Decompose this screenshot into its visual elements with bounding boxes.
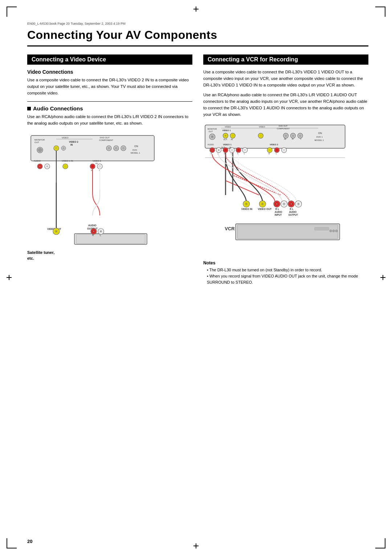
square-bullet-icon: [27, 107, 31, 110]
svg-point-128: [275, 149, 278, 151]
svg-point-168: [332, 230, 335, 232]
svg-point-35: [47, 166, 48, 167]
svg-point-78: [212, 136, 213, 137]
svg-point-111: [224, 149, 227, 151]
svg-text:MONITOR: MONITOR: [34, 139, 45, 141]
svg-text:L: L: [244, 153, 245, 155]
corner-mark-tl: [7, 7, 17, 17]
svg-point-14: [56, 148, 57, 149]
svg-text:VIDEO IN: VIDEO IN: [241, 208, 252, 210]
svg-text:IN: IN: [95, 162, 98, 165]
svg-text:Pr: Pr: [292, 138, 294, 140]
svg-text:OUT: OUT: [209, 130, 213, 132]
svg-text:OUT: OUT: [34, 141, 39, 143]
svg-text:VIDEO: VIDEO: [225, 126, 231, 128]
svg-text:AUDIO: AUDIO: [34, 160, 41, 162]
svg-text:AUDIO: AUDIO: [289, 211, 297, 213]
svg-point-105: [212, 149, 213, 150]
center-mark-bottom: [193, 543, 199, 548]
svg-text:Pb: Pb: [284, 138, 286, 140]
svg-text:L: L: [276, 153, 277, 155]
left-diagram-area: MONITOR OUT VIDEO VIDEO 2 IN DVD OUT COM…: [27, 132, 192, 262]
svg-point-91: [291, 134, 294, 137]
page-title: Connecting Your AV Components: [27, 28, 368, 46]
note-item-2: When you record signal from VIDEO AUDIO …: [207, 273, 368, 285]
svg-text:OUT: OUT: [223, 139, 227, 141]
svg-text:VIDEO OUT: VIDEO OUT: [258, 208, 272, 210]
svg-point-113: [230, 149, 233, 151]
svg-point-37: [64, 165, 67, 168]
svg-rect-0: [31, 135, 154, 161]
svg-text:AUDIO: AUDIO: [208, 143, 214, 146]
svg-point-22: [122, 147, 125, 150]
video-connections-text: Use a composite video cable to connect t…: [27, 77, 192, 96]
left-section-header: Connecting a Video Device: [27, 54, 192, 65]
note-item-1: The DR-L30 must be turned on (not Standb…: [207, 267, 368, 273]
svg-text:VIDEO: VIDEO: [259, 126, 265, 128]
right-column: Connecting a VCR for Recording Use a com…: [203, 54, 368, 285]
svg-text:R: R: [269, 153, 270, 155]
svg-text:VIDEO 2: VIDEO 2: [93, 160, 101, 162]
svg-point-39: [91, 165, 94, 168]
svg-point-139: [246, 203, 247, 204]
audio-section-text: Use an RCA/phono audio cable to connect …: [27, 114, 192, 127]
svg-text:VCR: VCR: [225, 226, 235, 231]
svg-text:DVD OUT: DVD OUT: [100, 137, 110, 139]
svg-text:DVD OUT: DVD OUT: [279, 125, 288, 127]
svg-text:R    L: R L: [290, 208, 293, 210]
svg-point-89: [285, 134, 287, 137]
svg-text:MODEL 1: MODEL 1: [315, 139, 324, 141]
notes-list: The DR-L30 must be turned on (not Standb…: [203, 267, 368, 285]
svg-text:IN: IN: [229, 147, 231, 149]
center-mark-right: [380, 275, 385, 280]
svg-text:ON: ON: [318, 131, 322, 134]
svg-text:MODEL 1: MODEL 1: [131, 152, 140, 154]
svg-text:VIDEO 2: VIDEO 2: [69, 141, 78, 143]
page-number: 20: [27, 539, 32, 544]
svg-point-59: [93, 231, 94, 232]
svg-point-84: [231, 134, 234, 137]
svg-point-145: [276, 203, 278, 204]
right-section-header: Connecting a VCR for Recording: [203, 54, 368, 65]
satellite-label-line1: Satellite tuner,: [27, 250, 54, 255]
svg-point-116: [237, 149, 240, 151]
center-mark-left: [7, 275, 12, 280]
svg-point-32: [40, 166, 41, 167]
svg-point-148: [283, 203, 285, 204]
svg-point-151: [290, 203, 292, 204]
svg-point-87: [259, 134, 262, 137]
two-column-layout: Connecting a Video Device Video Connecti…: [27, 54, 368, 285]
svg-point-62: [100, 231, 102, 232]
svg-point-41: [98, 165, 101, 168]
svg-point-130: [283, 149, 286, 151]
svg-text:VIDEO 1: VIDEO 1: [223, 143, 232, 146]
svg-text:ON: ON: [134, 145, 138, 147]
left-column: Connecting a Video Device Video Connecti…: [27, 54, 192, 285]
svg-text:AUDIO: AUDIO: [88, 224, 97, 227]
svg-text:MONITOR: MONITOR: [208, 127, 217, 130]
audio-title: Audio Connections: [27, 105, 192, 112]
right-body-text-1: Use a composite video cable to connect t…: [203, 69, 368, 88]
svg-text:DVD 1: DVD 1: [317, 135, 323, 138]
satellite-label-container: Satellite tuner, etc.: [27, 250, 192, 262]
svg-text:R    L: R L: [275, 208, 279, 210]
svg-point-169: [335, 230, 338, 232]
svg-text:OUTPUT: OUTPUT: [288, 214, 298, 216]
svg-point-20: [115, 147, 118, 150]
corner-mark-br: [375, 538, 385, 548]
svg-point-126: [268, 149, 271, 151]
svg-point-108: [218, 149, 219, 150]
svg-text:COMPONENT: COMPONENT: [99, 139, 113, 141]
svg-text:INPUT: INPUT: [275, 214, 282, 216]
right-diagram-area: MONITOR OUT VIDEO VIDEO 1 VIDEO DVD OUT …: [203, 123, 368, 256]
satellite-label: Satellite tuner, etc.: [27, 250, 54, 260]
svg-text:VIDEO 1: VIDEO 1: [222, 129, 231, 131]
svg-point-54: [56, 231, 57, 232]
satellite-label-line2: etc.: [27, 256, 34, 260]
svg-point-142: [262, 203, 263, 204]
svg-point-18: [107, 147, 110, 150]
right-diagram-svg: MONITOR OUT VIDEO VIDEO 1 VIDEO DVD OUT …: [203, 123, 368, 256]
audio-section-title-text: Audio Connections: [33, 105, 83, 112]
left-diagram-svg: MONITOR OUT VIDEO VIDEO 2 IN DVD OUT COM…: [27, 132, 180, 248]
svg-point-154: [298, 203, 299, 204]
